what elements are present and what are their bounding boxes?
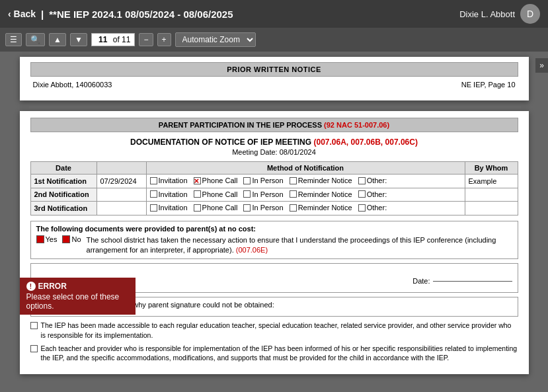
bottom-checkboxes: The IEP has been made accessible to each… bbox=[30, 321, 518, 363]
page-indicator: of 11 bbox=[91, 33, 136, 46]
docs-section-title: The following documents were provided to… bbox=[36, 225, 512, 233]
meeting-date: Meeting Date: 08/01/2024 bbox=[30, 148, 518, 156]
student-id: Dixie Abbott, 140060033 bbox=[33, 81, 112, 89]
error-icon: ! bbox=[26, 282, 36, 291]
date-label: Date: bbox=[412, 277, 430, 285]
back-button[interactable]: ‹ Back bbox=[8, 9, 36, 19]
docs-text: The school district has taken the necess… bbox=[87, 235, 512, 256]
section-ref: (92 NAC 51-007.06) bbox=[324, 121, 389, 129]
top-header: ‹ Back | **NE IEP 2024.1 08/05/2024 - 08… bbox=[0, 0, 548, 28]
list-item: Each teacher and provider who is respons… bbox=[30, 344, 518, 363]
nav-down-button[interactable]: ▼ bbox=[70, 33, 87, 46]
sidebar-toggle-button[interactable]: ☰ bbox=[5, 33, 22, 46]
collapse-button[interactable]: » bbox=[535, 58, 548, 73]
documents-section: The following documents were provided to… bbox=[30, 221, 518, 260]
error-banner: ! ERROR Please select one of these optio… bbox=[20, 278, 136, 315]
error-message: Please select one of these options. bbox=[26, 292, 129, 311]
cb1-text: The IEP has been made accessible to each… bbox=[41, 321, 518, 340]
doc-title: DOCUMENTATION OF NOTICE OF IEP MEETING (… bbox=[30, 137, 518, 147]
page-of-label: of 11 bbox=[113, 35, 131, 44]
cb1-checkbox[interactable] bbox=[30, 322, 38, 329]
pdf-toolbar: ☰ 🔍 ▲ ▼ of 11 − + Automatic Zoom 50% 75%… bbox=[0, 28, 548, 52]
error-title: ! ERROR bbox=[26, 282, 129, 291]
nav-up-button[interactable]: ▲ bbox=[49, 33, 66, 46]
section-header: PARENT PARTICIPATION IN THE IEP PROCESS … bbox=[30, 118, 518, 132]
user-name: Dixie L. Abbott bbox=[459, 9, 515, 19]
cb1-label[interactable]: The IEP has been made accessible to each… bbox=[30, 321, 518, 340]
prior-written-notice-section: PRIOR WRITTEN NOTICE Dixie Abbott, 14006… bbox=[20, 57, 529, 100]
avatar: D bbox=[520, 4, 540, 24]
parent-participation-section: PARENT PARTICIPATION IN THE IEP PROCESS … bbox=[20, 111, 529, 374]
no-label[interactable]: No bbox=[62, 235, 81, 243]
no-text: No bbox=[71, 235, 81, 243]
content-area: » PRIOR WRITTEN NOTICE Dixie Abbott, 140… bbox=[0, 52, 548, 392]
zoom-minus-button[interactable]: − bbox=[139, 33, 153, 46]
document-title: **NE IEP 2024.1 08/05/2024 - 08/06/2025 bbox=[49, 9, 233, 20]
pdf-page-1: PRIOR WRITTEN NOTICE Dixie Abbott, 14006… bbox=[20, 57, 529, 100]
page-info-row: Dixie Abbott, 140060033 NE IEP, Page 10 bbox=[30, 77, 518, 93]
list-item: The IEP has been made accessible to each… bbox=[30, 321, 518, 340]
header-left: ‹ Back | **NE IEP 2024.1 08/05/2024 - 08… bbox=[8, 9, 233, 20]
zoom-select[interactable]: Automatic Zoom 50% 75% 100% 125% 150% 20… bbox=[175, 32, 256, 47]
date-field: Date: bbox=[412, 277, 512, 285]
yes-text: Yes bbox=[46, 235, 58, 243]
error-label: ERROR bbox=[38, 282, 67, 291]
header-right: Dixie L. Abbott D bbox=[459, 4, 540, 24]
yes-checkbox[interactable] bbox=[36, 235, 44, 243]
pdf-page-2: PARENT PARTICIPATION IN THE IEP PROCESS … bbox=[20, 111, 529, 374]
notification-table: Date Method of Notification By Whom 1st … bbox=[30, 161, 518, 216]
date-line bbox=[433, 281, 512, 282]
yes-no-row: Yes No The school district has taken the… bbox=[36, 235, 512, 256]
page-number-input[interactable] bbox=[96, 35, 110, 44]
cb2-text: Each teacher and provider who is respons… bbox=[41, 344, 518, 363]
cb2-label[interactable]: Each teacher and provider who is respons… bbox=[30, 344, 518, 363]
prior-written-notice-header: PRIOR WRITTEN NOTICE bbox=[30, 62, 518, 77]
docs-ref: (007.06E) bbox=[236, 246, 268, 254]
zoom-plus-button[interactable]: + bbox=[157, 33, 171, 46]
no-checkbox[interactable] bbox=[62, 235, 70, 243]
yes-label[interactable]: Yes bbox=[36, 235, 58, 243]
search-button[interactable]: 🔍 bbox=[26, 33, 45, 46]
cb2-checkbox[interactable] bbox=[30, 345, 38, 352]
page-ref: NE IEP, Page 10 bbox=[461, 81, 516, 89]
